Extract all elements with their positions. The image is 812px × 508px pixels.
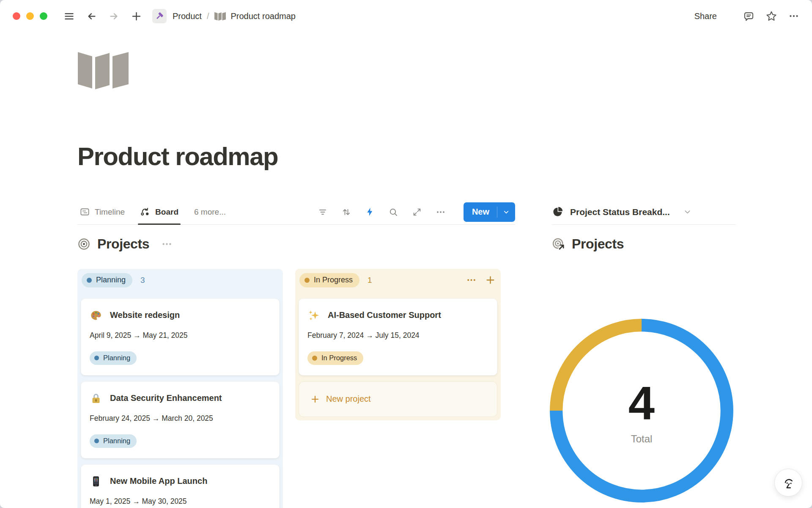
traffic-lights [13, 12, 47, 20]
status-donut-chart: 4 Total [548, 317, 735, 505]
chart-section: Project Status Breakd... [552, 200, 736, 508]
column-in-progress: In Progress 1 [295, 269, 501, 420]
card-title: Data Security Enhancement [110, 393, 222, 403]
chevron-down-icon[interactable] [683, 208, 691, 216]
minimize-window-button[interactable] [26, 12, 34, 20]
view-more-icon[interactable] [436, 207, 446, 217]
column-planning-header: Planning 3 [81, 273, 280, 287]
donut-total-value: 4 [628, 380, 655, 427]
in-progress-count: 1 [368, 276, 372, 285]
status-dot [94, 356, 99, 360]
tab-timeline-label: Timeline [95, 207, 125, 217]
view-toolbar: New [318, 202, 515, 222]
page-map-icon[interactable] [77, 51, 129, 90]
lock-icon [90, 392, 102, 405]
card-data-security[interactable]: Data Security Enhancement February 24, 2… [81, 381, 280, 458]
tab-board[interactable]: Board [138, 200, 181, 224]
sparkles-icon [307, 309, 320, 322]
column-planning: Planning 3 [77, 269, 283, 508]
favorite-star-icon[interactable] [765, 10, 777, 22]
page-body: Product roadmap Timeline [0, 51, 812, 508]
page-title[interactable]: Product roadmap [77, 141, 812, 173]
ai-face-icon [781, 475, 796, 490]
share-button[interactable]: Share [692, 10, 719, 23]
card-mobile-app[interactable]: New Mobile App Launch May 1, 2025 → May … [81, 464, 280, 508]
card-status-pill: Planning [90, 351, 137, 365]
chart-projects-header: Projects [552, 236, 736, 253]
card-ai-customer-support[interactable]: AI-Based Customer Support February 7, 20… [299, 298, 497, 375]
zoom-window-button[interactable] [40, 12, 47, 20]
workspace-hammer-icon[interactable] [152, 9, 167, 23]
in-progress-group-pill[interactable]: In Progress [299, 273, 359, 287]
forward-arrow-icon[interactable] [108, 11, 120, 22]
topbar: Product / Product roadmap Share [0, 0, 812, 32]
automation-zap-icon[interactable] [365, 207, 375, 217]
plus-icon [310, 394, 320, 404]
card-dates: February 7, 2024 → July 15, 2024 [307, 330, 488, 340]
status-dot [87, 278, 92, 283]
linked-target-icon [552, 237, 565, 251]
search-icon[interactable] [388, 207, 398, 217]
mobile-phone-icon [90, 475, 102, 488]
comments-icon[interactable] [743, 11, 754, 22]
status-dot [312, 356, 317, 361]
breadcrumb: Product / Product roadmap [167, 11, 296, 21]
topbar-actions: Share [692, 10, 799, 23]
target-icon [77, 237, 91, 251]
column-add-icon[interactable] [485, 275, 496, 285]
page-map-icon-small [214, 12, 226, 21]
chart-tab-row: Project Status Breakd... [552, 200, 736, 225]
close-window-button[interactable] [13, 12, 20, 20]
card-dates: April 9, 2025 → May 21, 2025 [90, 330, 271, 340]
kanban-board: Planning 3 [77, 269, 515, 508]
board-projects-header: Projects [77, 236, 515, 253]
view-tabs-row: Timeline Board 6 more... [77, 200, 515, 225]
sidebar-menu-icon[interactable] [63, 11, 75, 22]
tab-timeline[interactable]: Timeline [77, 200, 127, 224]
palette-icon [90, 309, 102, 322]
chart-tab-label: Project Status Breakd... [570, 207, 670, 217]
card-status-pill: In Progress [307, 351, 363, 365]
card-dates: February 24, 2025 → March 20, 2025 [90, 413, 271, 423]
breadcrumb-page[interactable]: Product roadmap [231, 11, 296, 21]
card-dates: May 1, 2025 → May 30, 2025 [90, 496, 271, 506]
card-title: Website redesign [110, 310, 180, 320]
planning-count: 3 [140, 276, 145, 285]
more-options-icon[interactable] [788, 11, 799, 22]
card-website-redesign[interactable]: Website redesign April 9, 2025 → May 21,… [81, 298, 280, 375]
filter-icon[interactable] [318, 207, 328, 217]
more-views[interactable]: 6 more... [192, 207, 228, 217]
content-grid: Timeline Board 6 more... [77, 200, 812, 508]
chart-projects-title: Projects [572, 236, 624, 252]
card-status-pill: Planning [90, 434, 137, 448]
notion-ai-button[interactable] [774, 469, 802, 497]
status-dot [304, 278, 310, 283]
card-title: AI-Based Customer Support [328, 310, 441, 320]
planning-group-pill[interactable]: Planning [82, 273, 132, 287]
new-button-chevron[interactable] [497, 202, 515, 222]
new-button[interactable]: New [464, 202, 497, 222]
board-icon [140, 207, 151, 217]
expand-icon[interactable] [412, 207, 422, 217]
status-dot [94, 439, 99, 443]
column-more-icon[interactable] [466, 275, 477, 285]
pie-chart-icon [552, 206, 563, 218]
sort-icon[interactable] [341, 207, 351, 217]
board-projects-title: Projects [97, 236, 149, 252]
board-projects-more-icon[interactable] [161, 238, 173, 250]
breadcrumb-workspace[interactable]: Product [173, 11, 202, 21]
donut-total-label: Total [631, 433, 653, 445]
chart-view-tab[interactable]: Project Status Breakd... [552, 206, 691, 218]
notion-window: Product / Product roadmap Share [0, 0, 812, 508]
new-button-group: New [464, 202, 515, 222]
donut-center: 4 Total [548, 317, 735, 505]
back-arrow-icon[interactable] [86, 11, 97, 22]
board-section: Timeline Board 6 more... [77, 200, 515, 508]
card-title: New Mobile App Launch [110, 476, 207, 486]
breadcrumb-separator: / [202, 11, 214, 21]
new-tab-plus-icon[interactable] [131, 11, 142, 22]
new-project-button[interactable]: New project [299, 381, 497, 417]
timeline-icon [81, 209, 88, 215]
column-in-progress-header: In Progress 1 [299, 273, 497, 287]
tab-board-label: Board [155, 207, 178, 217]
